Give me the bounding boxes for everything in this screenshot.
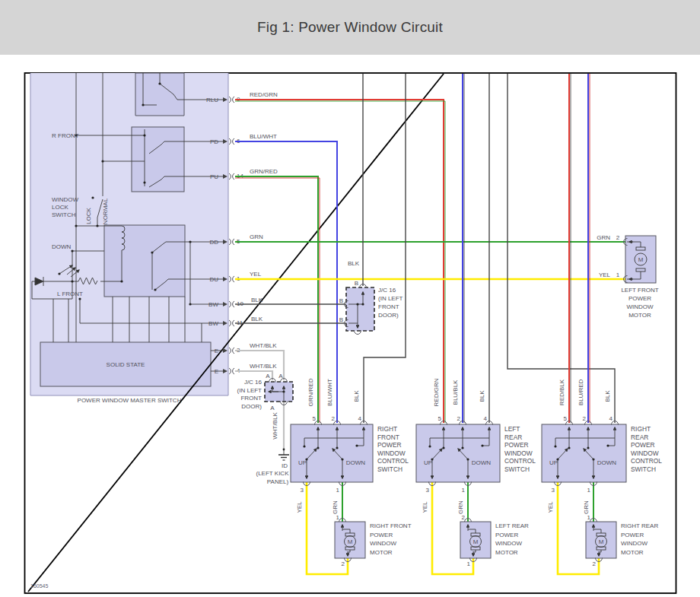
wire-label-blk11: BLK [251,316,263,322]
rf-wire-grn: GRN [332,500,339,514]
rf-name-6: SWITCH [377,465,402,473]
lf-motor-wire-grn: GRN [597,234,610,241]
jc-b-pin-left1: B [339,297,343,304]
jc-b-loc-3: DOOR) [378,312,399,319]
jc-b-pin-left2: B [339,316,343,323]
lf-motor-pin-1: 1 [616,272,620,278]
rf-name-3: POWER [377,441,402,449]
rf-motor-m: M [348,538,353,545]
right-rear-power-window-motor: 1 M 2 RIGHT REAR POWER WINDOW MOTOR [586,514,658,567]
lr-motor-pin-bottom: 1 [467,560,471,567]
rr-name-1: RIGHT [631,425,651,433]
lr-wire-red-grn: RED/GRN [433,378,440,406]
pin-name-bw11: BW [208,320,218,327]
right-front-window-control-switch: GRN/RED BLU/WHT BLK 5 2 4 UP DOWN RIGHT … [291,378,409,514]
lock-position-label: LOCK [85,207,92,224]
left-front-power-window-motor: M GRN 2 YEL 1 LEFT FRONT POWER WINDOW MO… [597,234,658,319]
jc-a-loc-3: DOOR) [241,403,262,410]
rr-pin5: 5 [564,415,568,422]
lr-wire-yel: YEL [422,501,428,513]
rr-wire-red-blk: RED/BLK [558,379,565,405]
rr-motor-name-1: RIGHT REAR [621,522,658,529]
rf-pin4: 4 [358,415,362,422]
jc-a-loc-1: (IN LEFT [237,387,262,394]
pin-name-e3: E [215,348,218,354]
rf-motor-pin-bottom: 2 [342,560,345,567]
master-switch-title: POWER WINDOW MASTER SWITCH [78,397,182,404]
rf-wire-blk: BLK [353,390,360,402]
wire-label-yel: YEL [250,271,262,278]
jc-b-loc-2: FRONT [378,303,399,310]
rr-wire-blu-red: BLU/RED [578,379,584,405]
rr-wire-grn: GRN [583,500,590,514]
window-lock-label-1: WINDOW [52,196,79,203]
lr-pin4: 4 [484,415,488,422]
wire-label-blk-vertical: BLK [348,260,360,267]
jc-b-name: J/C 16 [378,287,396,294]
pin-name-e4: E [215,368,218,375]
lf-motor-name-3: WINDOW [626,303,654,310]
wire-label-red-grn: RED/GRN [250,91,278,98]
rr-name-2: REAR [631,433,648,441]
wire-label-blu-wht: BLU/WHT [250,133,277,140]
lr-name-3: POWER [504,441,529,449]
rr-motor-name-4: MOTOR [621,549,644,556]
rr-pin1: 1 [587,487,591,494]
rr-pin2: 2 [583,415,587,422]
rf-motor-name-2: POWER [370,532,393,538]
right-front-power-window-motor: 1 M 2 RIGHT FRONT POWER WINDOW MOTOR [335,514,412,567]
down-label: DOWN [52,243,72,250]
lr-name-6: SWITCH [504,465,530,473]
rr-pin3: 3 [552,487,555,494]
lf-motor-m: M [638,256,644,263]
left-rear-power-window-motor: 2 M 1 LEFT REAR POWER WINDOW MOTOR [460,514,529,567]
lf-motor-name-1: LEFT FRONT [621,287,658,294]
lr-wire-grn: GRN [457,500,464,514]
wiring-diagram: R FRONT WINDOW LOCK SWITCH LOCK NORMAL D… [0,0,700,597]
lr-wire-blk: BLK [479,390,485,402]
lr-pin2: 2 [457,415,461,422]
rf-wire-grn-red: GRN/RED [307,378,314,406]
rr-motor-pin-bottom: 2 [593,560,597,567]
wire-label-wht-blk-vertical: WHT/BLK [272,412,278,440]
l-front-label: L FRONT [57,291,83,297]
pin-name-du: DU [209,276,218,283]
window-lock-label-2: LOCK [52,204,68,211]
rf-wire-blu-wht: BLU/WHT [326,379,333,406]
r-front-label: R FRONT [52,132,79,139]
rr-pin4: 4 [609,415,613,422]
wire-label-wht-blk3: WHT/BLK [250,342,277,349]
left-rear-window-control-switch: RED/GRN BLU/BLK BLK 5 2 4 UP DOWN LEFT R… [416,378,536,514]
solid-state-label: SOLID STATE [107,361,145,368]
lr-pin5: 5 [438,415,442,422]
wire-label-blk10: BLK [251,297,263,303]
wire-label-grn-red: GRN/RED [250,168,278,175]
jc-a-pin-top2: A [278,373,283,379]
rf-name-5: CONTROL [377,457,409,465]
ground-id-label: ID [282,462,288,469]
pin-name-pd: PD [210,138,218,145]
rr-name-6: SWITCH [631,465,656,473]
rf-pin2: 2 [332,415,336,422]
rr-name-5: CONTROL [631,457,662,465]
rf-name-1: RIGHT [377,425,397,433]
power-window-master-switch-panel: R FRONT WINDOW LOCK SWITCH LOCK NORMAL D… [30,73,228,404]
rr-motor-name-2: POWER [621,532,644,538]
wire-label-wht-blk4: WHT/BLK [250,363,277,370]
rr-wire-yel: YEL [547,501,554,513]
rr-motor-name-3: WINDOW [621,540,648,547]
rf-motor-name-4: MOTOR [370,549,393,556]
rf-name-2: FRONT [377,433,399,441]
lr-pin3: 3 [426,487,430,494]
window-lock-label-3: SWITCH [52,211,76,218]
lr-pin1: 1 [462,487,466,494]
rf-motor-name-1: RIGHT FRONT [370,522,412,529]
rr-motor-m: M [599,538,604,545]
rf-wire-yel: YEL [296,501,303,513]
jc-a-name: J/C 16 [244,379,262,386]
jc-a-pin-top1: A [266,373,270,379]
ground-symbol [278,449,289,460]
lr-motor-name-1: LEFT REAR [495,522,529,529]
lr-name-5: CONTROL [504,457,536,465]
lr-wire-blu-blk: BLU/BLK [452,379,459,405]
